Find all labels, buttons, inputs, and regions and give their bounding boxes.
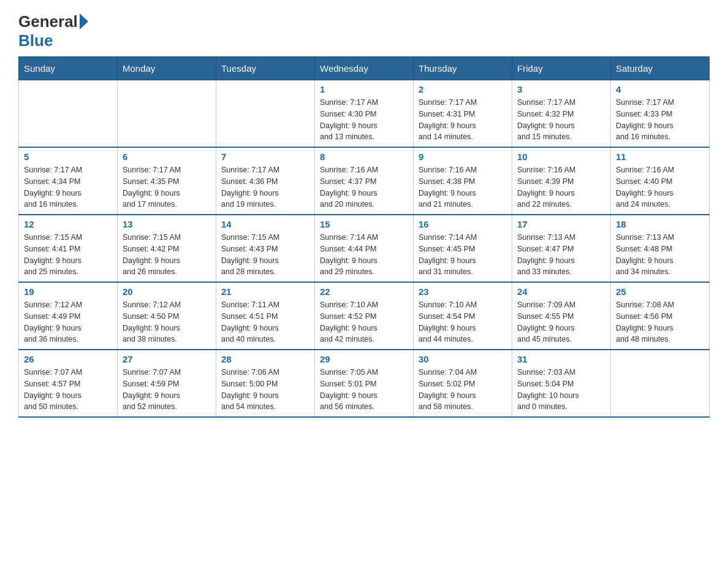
day-info: Sunrise: 7:08 AM Sunset: 4:56 PM Dayligh… [616, 299, 704, 345]
day-info: Sunrise: 7:15 AM Sunset: 4:41 PM Dayligh… [24, 232, 112, 278]
day-number: 27 [123, 354, 211, 364]
calendar-week-row: 12Sunrise: 7:15 AM Sunset: 4:41 PM Dayli… [19, 215, 710, 282]
day-number: 7 [221, 151, 309, 162]
calendar-week-row: 1Sunrise: 7:17 AM Sunset: 4:30 PM Daylig… [19, 80, 710, 148]
day-number: 18 [616, 219, 704, 229]
day-number: 9 [419, 151, 507, 162]
day-number: 3 [517, 84, 605, 94]
calendar-day-cell [118, 80, 216, 148]
day-number: 31 [517, 354, 605, 364]
calendar-day-cell: 3Sunrise: 7:17 AM Sunset: 4:32 PM Daylig… [512, 80, 611, 148]
day-number: 2 [419, 84, 507, 94]
day-number: 11 [616, 151, 704, 162]
day-number: 30 [419, 354, 507, 364]
calendar-day-cell: 16Sunrise: 7:14 AM Sunset: 4:45 PM Dayli… [414, 215, 512, 282]
calendar-day-cell: 10Sunrise: 7:16 AM Sunset: 4:39 PM Dayli… [512, 147, 611, 215]
calendar-day-cell: 1Sunrise: 7:17 AM Sunset: 4:30 PM Daylig… [315, 80, 414, 148]
calendar-day-cell: 24Sunrise: 7:09 AM Sunset: 4:55 PM Dayli… [512, 282, 611, 350]
day-info: Sunrise: 7:16 AM Sunset: 4:38 PM Dayligh… [419, 164, 507, 210]
calendar-week-row: 26Sunrise: 7:07 AM Sunset: 4:57 PM Dayli… [19, 350, 710, 417]
day-number: 16 [419, 219, 507, 229]
calendar-day-cell: 4Sunrise: 7:17 AM Sunset: 4:33 PM Daylig… [611, 80, 710, 148]
day-number: 22 [320, 286, 408, 297]
calendar-week-row: 5Sunrise: 7:17 AM Sunset: 4:34 PM Daylig… [19, 147, 710, 215]
day-of-week-header: Tuesday [216, 57, 315, 80]
day-info: Sunrise: 7:16 AM Sunset: 4:37 PM Dayligh… [320, 164, 408, 210]
day-info: Sunrise: 7:15 AM Sunset: 4:42 PM Dayligh… [123, 232, 211, 278]
calendar-day-cell: 15Sunrise: 7:14 AM Sunset: 4:44 PM Dayli… [315, 215, 414, 282]
day-info: Sunrise: 7:14 AM Sunset: 4:45 PM Dayligh… [419, 232, 507, 278]
logo: General Blue [18, 12, 88, 50]
day-info: Sunrise: 7:17 AM Sunset: 4:34 PM Dayligh… [24, 164, 112, 210]
calendar-day-cell [19, 80, 118, 148]
day-info: Sunrise: 7:16 AM Sunset: 4:40 PM Dayligh… [616, 164, 704, 210]
calendar-table: SundayMondayTuesdayWednesdayThursdayFrid… [18, 56, 710, 418]
day-number: 26 [24, 354, 112, 364]
calendar-day-cell: 30Sunrise: 7:04 AM Sunset: 5:02 PM Dayli… [414, 350, 512, 417]
calendar-day-cell: 22Sunrise: 7:10 AM Sunset: 4:52 PM Dayli… [315, 282, 414, 350]
day-info: Sunrise: 7:06 AM Sunset: 5:00 PM Dayligh… [221, 367, 309, 413]
day-number: 8 [320, 151, 408, 162]
calendar-day-cell: 17Sunrise: 7:13 AM Sunset: 4:47 PM Dayli… [512, 215, 611, 282]
calendar-day-cell: 6Sunrise: 7:17 AM Sunset: 4:35 PM Daylig… [118, 147, 216, 215]
calendar-day-cell: 8Sunrise: 7:16 AM Sunset: 4:37 PM Daylig… [315, 147, 414, 215]
calendar-day-cell: 26Sunrise: 7:07 AM Sunset: 4:57 PM Dayli… [19, 350, 118, 417]
calendar-day-cell: 29Sunrise: 7:05 AM Sunset: 5:01 PM Dayli… [315, 350, 414, 417]
calendar-day-cell: 13Sunrise: 7:15 AM Sunset: 4:42 PM Dayli… [118, 215, 216, 282]
day-number: 12 [24, 219, 112, 229]
day-number: 25 [616, 286, 704, 297]
calendar-day-cell: 20Sunrise: 7:12 AM Sunset: 4:50 PM Dayli… [118, 282, 216, 350]
day-info: Sunrise: 7:17 AM Sunset: 4:33 PM Dayligh… [616, 97, 704, 143]
calendar-day-cell: 27Sunrise: 7:07 AM Sunset: 4:59 PM Dayli… [118, 350, 216, 417]
calendar-day-cell: 2Sunrise: 7:17 AM Sunset: 4:31 PM Daylig… [414, 80, 512, 148]
calendar-day-cell: 12Sunrise: 7:15 AM Sunset: 4:41 PM Dayli… [19, 215, 118, 282]
calendar-day-cell [611, 350, 710, 417]
day-number: 5 [24, 151, 112, 162]
day-number: 13 [123, 219, 211, 229]
day-number: 14 [221, 219, 309, 229]
day-info: Sunrise: 7:13 AM Sunset: 4:48 PM Dayligh… [616, 232, 704, 278]
calendar-day-cell: 11Sunrise: 7:16 AM Sunset: 4:40 PM Dayli… [611, 147, 710, 215]
day-info: Sunrise: 7:15 AM Sunset: 4:43 PM Dayligh… [221, 232, 309, 278]
calendar-day-cell: 7Sunrise: 7:17 AM Sunset: 4:36 PM Daylig… [216, 147, 315, 215]
day-info: Sunrise: 7:10 AM Sunset: 4:52 PM Dayligh… [320, 299, 408, 345]
calendar-day-cell: 14Sunrise: 7:15 AM Sunset: 4:43 PM Dayli… [216, 215, 315, 282]
day-number: 4 [616, 84, 704, 94]
day-of-week-header: Friday [512, 57, 611, 80]
day-info: Sunrise: 7:03 AM Sunset: 5:04 PM Dayligh… [517, 367, 605, 413]
day-number: 29 [320, 354, 408, 364]
day-info: Sunrise: 7:17 AM Sunset: 4:30 PM Dayligh… [320, 97, 408, 143]
day-info: Sunrise: 7:10 AM Sunset: 4:54 PM Dayligh… [419, 299, 507, 345]
page-header: General Blue [18, 12, 710, 50]
calendar-header-row: SundayMondayTuesdayWednesdayThursdayFrid… [19, 57, 710, 80]
day-info: Sunrise: 7:07 AM Sunset: 4:59 PM Dayligh… [123, 367, 211, 413]
logo-blue-text: Blue [18, 31, 53, 50]
calendar-day-cell [216, 80, 315, 148]
calendar-day-cell: 31Sunrise: 7:03 AM Sunset: 5:04 PM Dayli… [512, 350, 611, 417]
calendar-day-cell: 23Sunrise: 7:10 AM Sunset: 4:54 PM Dayli… [414, 282, 512, 350]
day-of-week-header: Sunday [19, 57, 118, 80]
day-number: 23 [419, 286, 507, 297]
calendar-day-cell: 19Sunrise: 7:12 AM Sunset: 4:49 PM Dayli… [19, 282, 118, 350]
day-number: 21 [221, 286, 309, 297]
day-of-week-header: Monday [118, 57, 216, 80]
day-number: 10 [517, 151, 605, 162]
logo-arrow-icon [80, 13, 88, 29]
day-number: 6 [123, 151, 211, 162]
day-of-week-header: Saturday [611, 57, 710, 80]
day-info: Sunrise: 7:12 AM Sunset: 4:50 PM Dayligh… [123, 299, 211, 345]
day-of-week-header: Wednesday [315, 57, 414, 80]
day-number: 17 [517, 219, 605, 229]
day-info: Sunrise: 7:14 AM Sunset: 4:44 PM Dayligh… [320, 232, 408, 278]
calendar-day-cell: 21Sunrise: 7:11 AM Sunset: 4:51 PM Dayli… [216, 282, 315, 350]
day-info: Sunrise: 7:16 AM Sunset: 4:39 PM Dayligh… [517, 164, 605, 210]
calendar-day-cell: 9Sunrise: 7:16 AM Sunset: 4:38 PM Daylig… [414, 147, 512, 215]
calendar-day-cell: 18Sunrise: 7:13 AM Sunset: 4:48 PM Dayli… [611, 215, 710, 282]
day-number: 24 [517, 286, 605, 297]
calendar-week-row: 19Sunrise: 7:12 AM Sunset: 4:49 PM Dayli… [19, 282, 710, 350]
day-number: 19 [24, 286, 112, 297]
calendar-day-cell: 28Sunrise: 7:06 AM Sunset: 5:00 PM Dayli… [216, 350, 315, 417]
day-number: 20 [123, 286, 211, 297]
day-info: Sunrise: 7:11 AM Sunset: 4:51 PM Dayligh… [221, 299, 309, 345]
day-info: Sunrise: 7:04 AM Sunset: 5:02 PM Dayligh… [419, 367, 507, 413]
